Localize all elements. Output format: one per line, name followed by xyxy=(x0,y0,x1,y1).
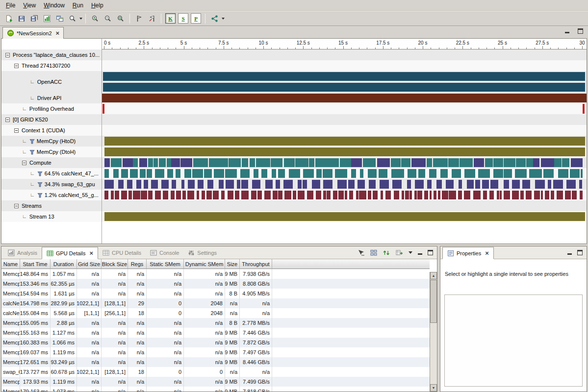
collapse-toggle-icon[interactable] xyxy=(22,161,26,165)
timeline-interval[interactable] xyxy=(572,191,577,199)
properties-minimize-icon[interactable] xyxy=(567,250,572,255)
timeline-interval[interactable] xyxy=(418,169,426,178)
timeline-interval[interactable] xyxy=(250,158,255,167)
timeline-interval[interactable] xyxy=(434,191,436,199)
column-header-size[interactable]: Size xyxy=(225,259,240,269)
timeline-interval[interactable] xyxy=(284,158,295,167)
timeline-interval[interactable] xyxy=(512,180,520,189)
timeline-interval[interactable] xyxy=(526,158,533,167)
tab-analysis[interactable]: Analysis xyxy=(3,246,42,259)
timeline-interval[interactable] xyxy=(271,158,283,167)
table-row[interactable]: calcNext154.798 ms282.99 µs[1022,1,1][12… xyxy=(1,298,437,308)
timeline-interval[interactable] xyxy=(520,191,524,199)
properties-maximize-icon[interactable] xyxy=(577,250,583,255)
timeline-interval[interactable] xyxy=(171,191,175,199)
new-session-button[interactable] xyxy=(2,13,15,24)
timeline-interval[interactable] xyxy=(467,180,474,189)
timeline-interval[interactable] xyxy=(171,158,180,167)
timeline-interval[interactable] xyxy=(104,158,110,167)
timeline-interval[interactable] xyxy=(130,169,138,178)
analyze-button[interactable] xyxy=(208,13,221,24)
timeline-interval[interactable] xyxy=(485,158,493,167)
timeline-interval[interactable] xyxy=(504,158,515,167)
timeline-interval[interactable] xyxy=(500,191,502,199)
timeline-track-context-1-cuda[interactable] xyxy=(102,125,587,136)
timeline-interval[interactable] xyxy=(252,180,260,189)
timeline-interval[interactable] xyxy=(121,191,127,199)
stream-view-toggle-button[interactable]: S xyxy=(178,13,188,24)
timeline-interval[interactable] xyxy=(202,191,205,199)
timeline-interval[interactable] xyxy=(225,169,237,178)
menu-help[interactable]: Help xyxy=(87,1,107,10)
timeline-interval[interactable] xyxy=(167,158,171,167)
timeline-interval[interactable] xyxy=(493,169,503,178)
collapse-toggle-icon[interactable] xyxy=(14,204,19,208)
timeline-interval[interactable] xyxy=(204,169,212,178)
timeline-interval[interactable] xyxy=(402,191,404,199)
timeline-interval[interactable] xyxy=(213,191,219,199)
timeline-interval[interactable] xyxy=(405,191,409,199)
timeline-interval[interactable] xyxy=(391,169,404,178)
timeline-interval[interactable] xyxy=(349,191,353,199)
timeline-interval[interactable] xyxy=(180,158,192,167)
timeline-interval[interactable] xyxy=(360,169,364,178)
details-maximize-icon[interactable] xyxy=(428,250,433,255)
timeline-interval[interactable] xyxy=(458,191,462,199)
column-header-start-time[interactable]: Start Time xyxy=(20,259,51,269)
timeline-interval[interactable] xyxy=(553,180,563,189)
timeline-interval[interactable] xyxy=(237,180,240,189)
properties-tab-close-icon[interactable]: × xyxy=(485,250,489,256)
timeline-interval[interactable] xyxy=(133,158,138,167)
timeline-interval[interactable] xyxy=(512,191,519,199)
timeline-row-header[interactable]: Compute xyxy=(1,157,102,168)
table-row[interactable]: swap_63_gpu173.727 ms60.678 µs[1022,1,1]… xyxy=(1,367,437,377)
timeline-interval[interactable] xyxy=(583,104,585,114)
timeline-interval[interactable] xyxy=(323,191,326,199)
properties-tab[interactable]: Properties × xyxy=(442,247,494,259)
collapse-toggle-icon[interactable] xyxy=(5,118,10,122)
timeline-interval[interactable] xyxy=(104,212,585,221)
timeline-interval[interactable] xyxy=(284,191,291,199)
save-session-button[interactable] xyxy=(15,13,27,24)
timeline-interval[interactable] xyxy=(312,180,321,189)
timeline-interval[interactable] xyxy=(102,94,587,102)
filter-icon[interactable] xyxy=(29,139,35,144)
view-menu-icon[interactable] xyxy=(409,251,412,254)
timeline-interval[interactable] xyxy=(272,169,276,178)
menu-file[interactable]: File xyxy=(2,1,19,10)
timeline-interval[interactable] xyxy=(391,158,401,167)
timeline-interval[interactable] xyxy=(340,158,351,167)
timeline-interval[interactable] xyxy=(228,191,233,199)
timeline-interval[interactable] xyxy=(363,158,376,167)
tab-settings[interactable]: Settings xyxy=(183,246,221,259)
table-row[interactable]: Memcpy148.864 ms1.057 msn/an/an/an/an/a9… xyxy=(1,269,437,279)
timeline-interval[interactable] xyxy=(303,180,307,189)
column-header-regs[interactable]: Regs xyxy=(128,259,147,269)
timeline-interval[interactable] xyxy=(147,169,152,178)
timeline-interval[interactable] xyxy=(127,180,132,189)
timeline-interval[interactable] xyxy=(351,169,356,178)
timeline-interval[interactable] xyxy=(148,158,153,167)
timeline-interval[interactable] xyxy=(155,169,164,178)
timeline-interval[interactable] xyxy=(452,169,461,178)
table-row[interactable]: Memcpy160.383 ms1.066 msn/an/an/an/an/a9… xyxy=(1,338,437,347)
timeline-track-0-grid-k520[interactable] xyxy=(102,114,587,125)
timeline-track-1-2-calcnext-55-g[interactable] xyxy=(102,190,587,200)
timeline-interval[interactable] xyxy=(197,191,199,199)
timeline-interval[interactable] xyxy=(345,191,347,199)
timeline-interval[interactable] xyxy=(327,191,331,199)
timeline-interval[interactable] xyxy=(369,180,376,189)
table-row[interactable]: Memcpy169.037 ms1.119 msn/an/an/an/an/a9… xyxy=(1,347,437,357)
timeline-interval[interactable] xyxy=(207,180,213,189)
timeline-interval[interactable] xyxy=(414,191,416,199)
timeline-interval[interactable] xyxy=(377,158,390,167)
timeline-ruler[interactable]: 0 s2.5 s5 s7.5 s10 s12.5 s15 s17.5 s20 s… xyxy=(102,39,587,49)
timeline-interval[interactable] xyxy=(113,169,119,178)
table-row[interactable]: Memcpy153.346 ms62.355 µsn/an/an/an/an/a… xyxy=(1,279,437,289)
tab-console[interactable]: Console xyxy=(146,246,183,259)
timeline-interval[interactable] xyxy=(198,180,203,189)
timeline-interval[interactable] xyxy=(229,158,241,167)
timeline-interval[interactable] xyxy=(316,169,322,178)
timeline-interval[interactable] xyxy=(209,158,214,167)
timeline-track-memcpy-htod[interactable] xyxy=(102,136,587,147)
